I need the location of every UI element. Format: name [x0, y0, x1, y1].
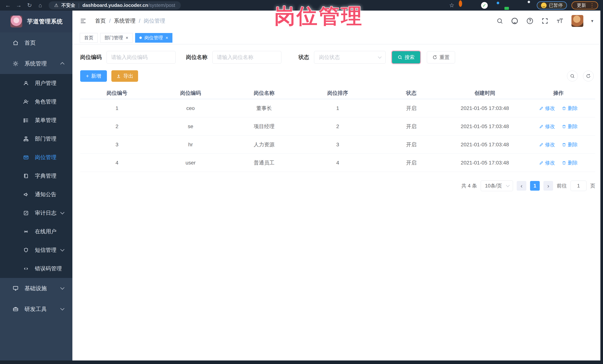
user-avatar[interactable]	[571, 15, 583, 27]
help-icon[interactable]	[526, 17, 533, 25]
edit-link[interactable]: 修改	[539, 141, 555, 148]
breadcrumb-system[interactable]: 系统管理	[114, 17, 136, 25]
navbar-actions: ▾	[497, 15, 593, 27]
not-secure-warning-icon: ⚠	[54, 3, 58, 8]
delete-link[interactable]: 删除	[562, 105, 578, 112]
dictionary-icon	[22, 173, 30, 179]
reset-button[interactable]: 重置	[427, 51, 455, 63]
edit-link[interactable]: 修改	[539, 105, 555, 112]
url-host: dashboard.yudao.iocoder.cn	[82, 2, 148, 8]
sidebar-item-menus[interactable]: 菜单管理	[0, 111, 72, 130]
sidebar-item-notices[interactable]: 通知公告	[0, 185, 72, 204]
next-page-button[interactable]: ›	[544, 181, 553, 191]
megaphone-icon	[22, 192, 30, 197]
delete-link[interactable]: 删除	[562, 141, 578, 148]
bookmark-star-icon[interactable]: ☆	[449, 2, 454, 9]
export-button[interactable]: 导出	[111, 70, 138, 82]
profile-paused-pill[interactable]: 已暂停	[537, 1, 567, 10]
role-icon	[22, 99, 30, 105]
sidebar-item-system[interactable]: 系统管理	[0, 53, 72, 74]
tab-home[interactable]: 首页	[80, 33, 98, 43]
post-badge-icon	[22, 155, 30, 160]
sidebar-item-roles[interactable]: 角色管理	[0, 93, 72, 111]
tags-view-bar: 首页 部门管理 × 岗位管理 ×	[72, 31, 600, 44]
status-value: 开启	[374, 141, 448, 148]
refresh-button[interactable]	[583, 71, 594, 81]
extension-dark-icon[interactable]	[503, 2, 510, 9]
extension-pin-icon[interactable]	[470, 2, 477, 9]
pagination-total: 共 4 条	[461, 182, 477, 189]
sidebar-item-sms[interactable]: 短信管理	[0, 241, 72, 259]
url-path: /system/post	[148, 2, 175, 8]
main-panel: 首页 / 系统管理 / 岗位管理 ▾	[72, 11, 600, 361]
search-button[interactable]: 搜索	[392, 51, 420, 63]
sidebar-item-users[interactable]: 用户管理	[0, 74, 72, 93]
fullscreen-icon[interactable]	[541, 17, 548, 24]
post-code-input[interactable]	[106, 51, 175, 64]
close-icon[interactable]: ×	[165, 36, 168, 40]
sidebar-item-infrastructure[interactable]: 基础设施	[0, 278, 72, 299]
add-button[interactable]: + 新增	[80, 70, 107, 82]
window-bottom-edge	[0, 361, 603, 364]
sidebar-item-error-codes[interactable]: 错误码管理	[0, 259, 72, 278]
post-name-input[interactable]	[212, 51, 281, 64]
tab-posts[interactable]: 岗位管理 ×	[135, 33, 173, 43]
address-bar[interactable]: ⚠ 不安全 | dashboard.yudao.iocoder.cn/syste…	[49, 1, 181, 10]
filter-form: 岗位编码 岗位名称 状态 岗位状态 搜索 重置	[80, 51, 595, 64]
browser-reload-icon[interactable]: ↻	[24, 2, 35, 9]
browser-menu-icon[interactable]: ⋮	[590, 2, 595, 8]
extension-check-icon[interactable]: ✓	[481, 2, 488, 9]
goto-page-input[interactable]	[570, 181, 587, 191]
table-toolbar: + 新增 导出	[80, 70, 595, 82]
toggle-search-button[interactable]	[567, 71, 578, 81]
chevron-down-icon	[60, 210, 65, 215]
extension-grid-icon[interactable]	[492, 2, 499, 9]
prev-page-button[interactable]: ‹	[517, 181, 526, 191]
sidebar-item-home[interactable]: 首页	[0, 33, 72, 53]
code-icon	[22, 266, 30, 271]
table-row: 1 ceo 董事长 1 开启 2021-01-05 17:03:48 修改 删除	[80, 99, 595, 117]
window-right-edge	[600, 11, 603, 364]
tab-departments[interactable]: 部门管理 ×	[100, 33, 132, 43]
emoji-avatar-icon	[541, 3, 546, 8]
sidebar-item-dict[interactable]: 字典管理	[0, 167, 72, 185]
app-logo	[10, 16, 22, 27]
font-size-icon[interactable]	[556, 17, 564, 24]
extension-sprout-icon[interactable]	[514, 2, 521, 9]
close-icon[interactable]: ×	[126, 36, 128, 40]
extensions-puzzle-icon[interactable]	[526, 2, 532, 9]
status-select[interactable]: 岗位状态	[314, 51, 386, 64]
edit-link[interactable]: 修改	[539, 123, 555, 130]
user-icon	[22, 80, 30, 86]
sidebar-item-posts[interactable]: 岗位管理	[0, 148, 72, 167]
browser-update-button[interactable]: 更新 ⋮	[571, 1, 598, 10]
breadcrumb: 首页 / 系统管理 / 岗位管理	[95, 17, 165, 25]
browser-home-icon[interactable]: ⌂	[35, 2, 46, 9]
sidebar-item-departments[interactable]: 部门管理	[0, 130, 72, 148]
status-label: 状态	[298, 54, 309, 61]
page-1-button[interactable]: 1	[530, 181, 540, 191]
extension-orange-icon[interactable]	[459, 2, 465, 9]
delete-link[interactable]: 删除	[562, 123, 578, 130]
page-size-select[interactable]: 10条/页	[481, 180, 513, 191]
github-icon[interactable]	[511, 17, 518, 25]
status-value: 开启	[374, 123, 448, 130]
edit-link[interactable]: 修改	[539, 159, 555, 166]
sidebar-item-dev-tools[interactable]: 研发工具	[0, 299, 72, 320]
online-signal-icon	[22, 229, 30, 234]
table-settings	[567, 71, 595, 81]
sidebar-item-audit-log[interactable]: 审计日志	[0, 204, 72, 222]
search-icon[interactable]	[497, 18, 503, 24]
chevron-down-icon	[60, 286, 65, 290]
breadcrumb-home[interactable]: 首页	[95, 17, 106, 25]
not-secure-label[interactable]: 不安全	[61, 2, 75, 8]
update-label: 更新	[577, 2, 586, 8]
caret-down-icon[interactable]: ▾	[591, 18, 593, 23]
sidebar-item-online-users[interactable]: 在线用户	[0, 222, 72, 241]
browser-back-icon[interactable]: ←	[3, 2, 13, 9]
browser-forward-icon[interactable]: →	[13, 2, 24, 9]
delete-link[interactable]: 删除	[562, 159, 578, 166]
page-unit-label: 页	[590, 182, 595, 189]
hamburger-icon[interactable]	[80, 18, 87, 24]
home-icon	[12, 40, 20, 46]
